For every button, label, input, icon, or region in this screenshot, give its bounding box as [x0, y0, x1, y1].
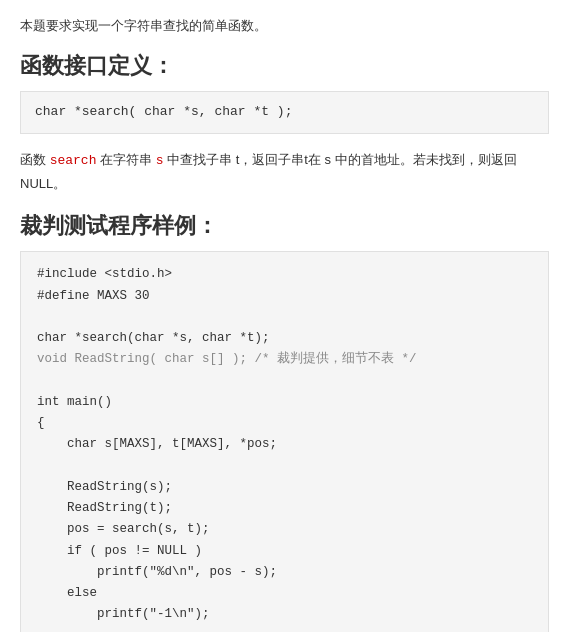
- desc-middle1: 在字符串: [96, 152, 155, 167]
- desc-func-name: search: [50, 153, 97, 168]
- code-line: void ReadString( char s[] ); /* 裁判提供，细节不…: [37, 352, 417, 366]
- code-line: pos = search(s, t);: [37, 522, 210, 536]
- code-line: printf("%d\n", pos - s);: [37, 565, 277, 579]
- sample-code-block: #include <stdio.h> #define MAXS 30 char …: [20, 251, 549, 632]
- interface-code-block: char *search( char *s, char *t );: [20, 91, 549, 134]
- code-line: char *search(char *s, char *t);: [37, 331, 270, 345]
- code-line: printf("-1\n");: [37, 607, 210, 621]
- desc-middle2: 中查找子串: [163, 152, 235, 167]
- section1-title: 函数接口定义：: [20, 51, 549, 81]
- code-line: ReadString(s);: [37, 480, 172, 494]
- code-line: else: [37, 586, 97, 600]
- code-line: if ( pos != NULL ): [37, 544, 202, 558]
- intro-text: 本题要求实现一个字符串查找的简单函数。: [20, 16, 549, 37]
- code-line: int main(): [37, 395, 112, 409]
- section2-title: 裁判测试程序样例：: [20, 211, 549, 241]
- code-line: {: [37, 416, 45, 430]
- description-text: 函数 search 在字符串 s 中查找子串 t，返回子串t在 s 中的首地址。…: [20, 148, 549, 196]
- code-line: #define MAXS 30: [37, 289, 150, 303]
- desc-prefix: 函数: [20, 152, 50, 167]
- code-line: #include <stdio.h>: [37, 267, 172, 281]
- interface-code-line: char *search( char *s, char *t );: [35, 104, 292, 119]
- code-line: ReadString(t);: [37, 501, 172, 515]
- code-line: char s[MAXS], t[MAXS], *pos;: [37, 437, 277, 451]
